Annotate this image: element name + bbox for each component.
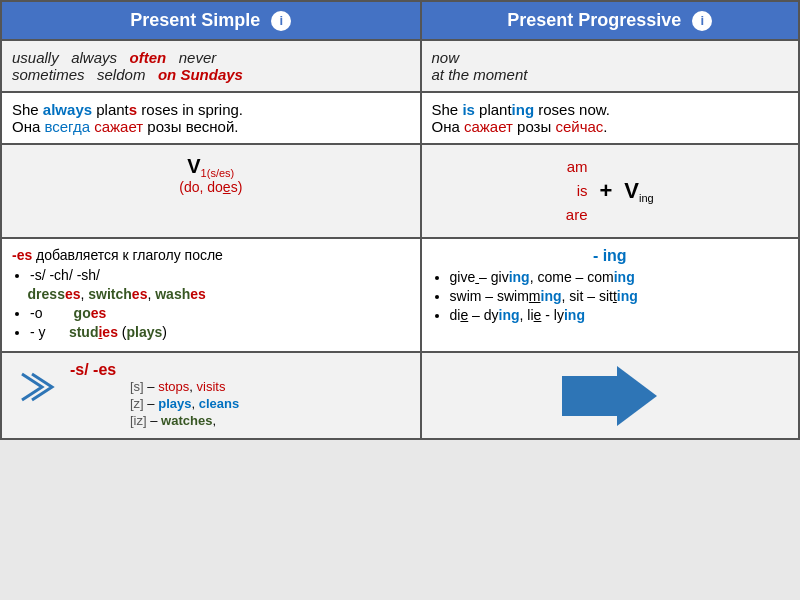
adverbs-right: nowat the moment — [421, 40, 799, 92]
header-present-progressive: Present Progressive i — [421, 1, 799, 40]
main-table: Present Simple i Present Progressive i u… — [0, 0, 800, 440]
adverbs-left: usually always often never sometimes sel… — [1, 40, 421, 92]
info-icon-right[interactable]: i — [692, 11, 712, 31]
formula-left: V1(s/es) (do, does) — [1, 144, 421, 238]
example-right: She is planting roses now. Она сажает ро… — [421, 92, 799, 144]
iz-line: [iz] – watches, — [130, 413, 239, 428]
header-present-simple: Present Simple i — [1, 1, 421, 40]
arrow-right-cell — [421, 352, 799, 439]
chevron-arrows-icon — [12, 369, 62, 424]
s-line: [s] – stops, visits — [130, 379, 239, 394]
rules-left: -es добавляется к глаголу после -s/ -ch/… — [1, 238, 421, 352]
info-icon-left[interactable]: i — [271, 11, 291, 31]
z-line: [z] – plays, cleans — [130, 396, 239, 411]
es-label: -s/ -es — [70, 361, 116, 378]
example-left: She always plants roses in spring. Она в… — [1, 92, 421, 144]
bottom-left: -s/ -es [s] – stops, visits [z] – plays,… — [1, 352, 421, 439]
formula-right: am is are + Ving — [421, 144, 799, 238]
rules-right: - ing give – giving, come – coming swim … — [421, 238, 799, 352]
right-arrow-icon — [432, 366, 788, 426]
